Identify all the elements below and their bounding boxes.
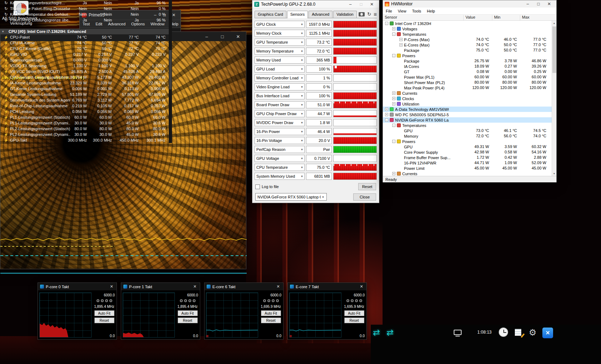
dropdown-arrow-icon[interactable]: ▾ (300, 121, 304, 124)
collapse-icon[interactable]: - (392, 54, 395, 57)
expand-icon[interactable]: + (392, 172, 395, 175)
sensor-tree-row[interactable]: GT0.08 W0.00 W0.25 W (383, 69, 556, 74)
dropdown-arrow-icon[interactable]: ▾ (300, 23, 304, 26)
auto-fit-button[interactable]: Auto Fit (344, 310, 364, 316)
sensor-row[interactable]: ⚡Gesamte System-Leistung51.189 W2.729 W5… (0, 92, 169, 97)
tab-graphics-card[interactable]: Graphics Card (255, 11, 286, 18)
sensor-row[interactable]: ⚡PL1-Leistungsgrenzwert (Statisch)60.0 W… (0, 114, 169, 120)
maximize-button[interactable]: □ (215, 32, 230, 41)
dropdown-arrow-icon[interactable]: ▾ (300, 130, 304, 133)
sensor-row[interactable]: ↻Thermische Paket-/Ring-DrosselungNeinNe… (0, 6, 169, 11)
sensor-tree-row[interactable]: -Temperatures (383, 31, 556, 37)
sensor-tree-row[interactable]: Core Power Supply42.98 W0.58 W54.16 W (383, 149, 556, 155)
sensor-label-box[interactable]: GPU Temperature▾ (255, 39, 305, 46)
sensor-label-box[interactable]: 16-Pin Power▾ (255, 128, 305, 135)
sensor-row[interactable]: ⚡Stromverbrauch des System Agent6.769 W3… (0, 97, 169, 103)
reset-button[interactable]: Reset (344, 318, 364, 323)
sensor-tree-row[interactable]: +P-Cores (Max)74.0 °C46.0 °C77.0 °C (383, 37, 556, 42)
minimize-button[interactable]: – (522, 1, 533, 6)
reset-button[interactable]: Reset (358, 183, 376, 190)
sensor-tree-row[interactable]: +Currents (383, 90, 556, 96)
menu-view[interactable]: View (395, 8, 409, 14)
vertical-scrollbar[interactable]: ▲ ▼ (552, 21, 556, 176)
collapse-icon[interactable]: - (392, 33, 395, 36)
sensor-label-box[interactable]: MVDDC Power Draw▾ (255, 119, 305, 126)
close-icon[interactable]: ✕ (192, 284, 198, 289)
sensor-label-box[interactable]: Bus Interface Load▾ (255, 92, 305, 99)
sensor-row[interactable]: ⚡Rest-of-Chip-Leistungsaufnahme0.219 W0.… (0, 103, 169, 109)
chevron-down-icon[interactable]: ▾ (2, 30, 4, 33)
tab-sensors[interactable]: Sensors (287, 11, 308, 18)
reset-button[interactable]: Reset (261, 318, 281, 323)
sensor-tree-row[interactable]: +A-Data Technology AM1V56WC... (383, 107, 556, 112)
expand-icon[interactable]: + (392, 97, 395, 100)
dropdown-arrow-icon[interactable]: ▾ (300, 49, 304, 53)
gpu-selector-dropdown[interactable]: NVIDIA GeForce RTX 5060 Laptop GPU ▾ (255, 193, 327, 201)
sensor-tree-row[interactable]: IA Cores18.09 W0.27 W39.26 W (383, 64, 556, 69)
expand-icon[interactable]: + (392, 102, 395, 105)
sensor-tree-row[interactable]: Max Peak Power (PL4)120.00 W120.00 W120.… (383, 85, 556, 90)
reset-button[interactable]: Reset (94, 318, 114, 323)
dropdown-arrow-icon[interactable]: ▾ (300, 148, 304, 151)
close-app-button[interactable]: Close (353, 193, 376, 201)
sensor-label-box[interactable]: Board Power Draw▾ (255, 101, 305, 108)
sensor-tree-row[interactable]: Package75.0 °C50.0 °C77.0 °C (383, 48, 556, 53)
sensor-tree-row[interactable]: +Currents (383, 171, 556, 176)
auto-fit-button[interactable]: Auto Fit (178, 310, 198, 316)
sensor-tree-row[interactable]: -Temperatures (383, 123, 556, 128)
sensor-row[interactable]: ⚡PL2-Leistungsgrenzwert (Statisch)80.0 W… (0, 126, 169, 132)
sensor-tree-row[interactable]: +WD PC SN5000S SDEPNSJ-512G... (383, 112, 556, 117)
sensor-tree-row[interactable]: Memory72.0 °C56.0 °C74.0 °C (383, 133, 556, 139)
sensor-row[interactable]: ⚡CPU GT-Kerne (Grafik)70 °C50 °C72 °C70 … (0, 46, 169, 51)
sensor-row[interactable]: ↻Kern-Leistungsverbrauchsgre...JaNeinJa9… (0, 0, 169, 6)
dropdown-arrow-icon[interactable]: ▾ (300, 139, 304, 142)
sensor-tree-row[interactable]: +Utilization (383, 101, 556, 107)
minimize-button[interactable]: – (199, 32, 215, 41)
scroll-up-icon[interactable]: ▲ (552, 21, 556, 25)
collapse-icon[interactable]: - (392, 124, 395, 127)
sensor-label-box[interactable]: 16-Pin Voltage▾ (255, 137, 305, 144)
dropdown-arrow-icon[interactable]: ▾ (300, 174, 304, 178)
menu-help[interactable]: Help (424, 8, 438, 14)
title-bar[interactable]: P-core 0 Takt✕ (38, 283, 117, 290)
sensor-tree-row[interactable]: Power Max (PL1)60.00 W60.00 W60.00 W (383, 74, 556, 80)
sensor-row[interactable]: ⚡CPU IA-Kerne74 °C50 °C77 °C74 °C (0, 40, 169, 46)
close-icon[interactable]: ✕ (275, 284, 281, 289)
title-bar[interactable]: E-core 7 Takt✕ (288, 283, 366, 290)
title-bar[interactable]: E-core 6 Takt✕ (205, 283, 283, 290)
sensor-row[interactable]: ›⚡VDDQ TX Spannung1.100 V1.100 V1.100 V1… (0, 63, 169, 69)
sensor-label-box[interactable]: Video Engine Load▾ (255, 83, 305, 90)
sensor-tree-row[interactable]: 16-PIN 12VHPWR44.71 W1.09 W52.09 W (383, 160, 556, 166)
close-button[interactable]: ✕ (366, 2, 377, 7)
dropdown-arrow-icon[interactable]: ▾ (300, 166, 304, 169)
column-value[interactable]: Value (463, 15, 475, 20)
tab-validation[interactable]: Validation (333, 11, 357, 18)
maximize-button[interactable]: □ (533, 1, 544, 6)
clock-icon[interactable] (499, 328, 508, 337)
sensor-label-box[interactable]: Memory Clock▾ (255, 30, 305, 37)
sensor-tree-row[interactable]: Frame Buffer Power Sup...1.72 W0.42 W2.8… (383, 155, 556, 160)
refresh-icon[interactable]: ↻ (367, 12, 371, 16)
sensor-label-box[interactable]: GPU Voltage▾ (255, 155, 305, 162)
sensor-tree-row[interactable]: Short Power Max (PL2)80.00 W80.00 W80.00… (383, 80, 556, 85)
expand-icon[interactable]: + (399, 38, 403, 41)
tray-device-icon[interactable] (454, 328, 462, 335)
dropdown-arrow-icon[interactable]: ▾ (300, 94, 304, 98)
close-button[interactable]: ✕ (544, 1, 555, 6)
swap-arrows-icon-2[interactable]: ⇄ (386, 328, 394, 338)
dropdown-arrow-icon[interactable]: ▾ (300, 31, 304, 35)
sensor-tree-row[interactable]: +E-Cores (Max)74.0 °C50.0 °C77.0 °C (383, 42, 556, 48)
sensor-tree-row[interactable]: +Clocks (383, 96, 556, 101)
sensor-tree-row[interactable]: -Intel Core i7 13620H (383, 21, 556, 26)
sensor-row[interactable]: ⚡PL2-Leistungsgrenzwert (Dynami...30.0 W… (0, 132, 169, 137)
sensor-row[interactable]: ⚡GPU-Takt300.0 MHz300.0 MHz450.0 MHz300.… (0, 137, 169, 143)
sensor-label-box[interactable]: System Memory Used▾ (255, 173, 305, 180)
sensor-label-box[interactable]: PerfCap Reason▾ (255, 146, 305, 153)
sensor-row[interactable]: ›⚡Spannungsversatz0.000 V0.000 V (0, 57, 169, 63)
clock-time[interactable]: 1:08:13 (477, 330, 492, 335)
sensor-label-box[interactable]: GPU Clock▾ (255, 21, 305, 28)
sensor-row[interactable]: ⚡iGPU VID0.217 V0.217 V0.237 V0.223 V (0, 51, 169, 57)
expand-icon[interactable]: + (392, 92, 395, 95)
log-to-file-checkbox[interactable] (255, 185, 260, 189)
sensor-tree-row[interactable]: GPU49.31 W3.59 W60.32 W (383, 144, 556, 149)
